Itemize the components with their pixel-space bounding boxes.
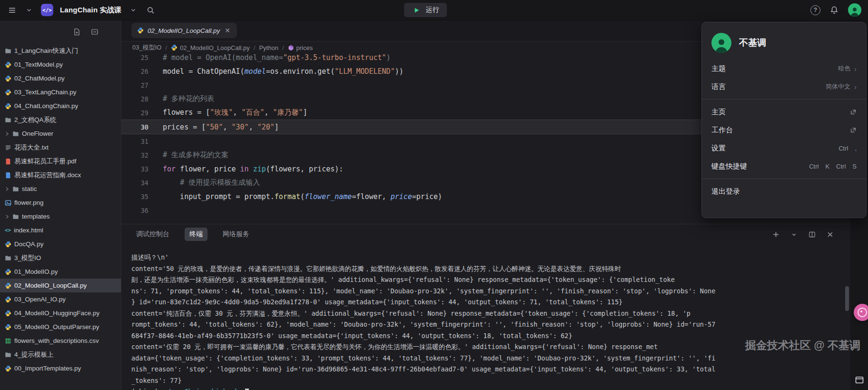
menu-item-shortcuts[interactable]: 键盘快捷键CtrlKCtrlS [702,157,866,175]
collapse-folders-icon[interactable] [89,27,100,37]
python-icon [5,89,11,96]
file-item[interactable]: 02_ChatModel.py [0,71,121,85]
file-item[interactable]: static [0,182,121,196]
code-text[interactable]: # 多种花的列表 [148,94,214,103]
file-item[interactable]: flower.png [0,196,121,210]
breadcrumb-item[interactable]: 02_ModelIO_LoopCall.py [171,44,250,51]
title-chevron-down-icon[interactable] [128,5,138,15]
breadcrumb-item[interactable]: Python [259,44,278,51]
bottom-panel: 调试控制台终端网络服务 描述吗？\n'content='5 [121,224,850,390]
code-text[interactable]: model = ChatOpenAI(model=os.environ.get(… [148,67,404,76]
file-label: 4_提示模板上 [14,350,54,359]
file-label: index.html [14,227,43,234]
line-number: 33 [121,165,148,173]
terminal-line: nish_reason': 'stop', 'logprobs': None} … [131,364,822,375]
menu-item-logout[interactable]: 退出登录 [702,182,866,200]
line-number: 29 [121,109,148,117]
panel-tab-debug-console[interactable]: 调试控制台 [131,228,174,241]
close-panel-icon[interactable] [825,229,835,240]
code-text[interactable]: for flower, price in zip(flowers, prices… [148,165,343,173]
folder-icon [5,117,11,123]
file-label: 02_ModelIO_LoopCall.py [14,282,87,289]
code-text[interactable]: input_prompt = prompt.format(flower_name… [148,192,442,201]
file-item[interactable]: 2_文档QA系统 [0,113,121,127]
popout-window-icon[interactable] [855,375,864,387]
breadcrumb-item[interactable]: 03_模型IO [132,43,161,52]
txt-icon [5,144,11,151]
pdf-icon [5,158,11,165]
hamburger-menu-icon[interactable] [7,5,17,15]
editor-tab-active[interactable]: 02_ModelIO_LoopCall.py ✕ [131,23,237,38]
editor-tab-label: 02_ModelIO_LoopCall.py [148,27,220,34]
terminal-output[interactable]: 描述吗？\n'content='50 元的玫瑰，是爱的使者，传递着深情与浪漫。它… [121,244,850,390]
file-item[interactable]: 1_LangChain快速入门 [0,44,121,58]
python-icon [5,324,11,330]
file-label: 05_ModelIO_OutputParser.py [14,323,99,330]
python-icon [5,282,11,289]
file-item[interactable]: 01_ModelIO.py [0,265,121,279]
app-logo[interactable]: </> [41,4,53,16]
chevron-right-icon: › [854,65,857,73]
menu-item-workbench[interactable]: 工作台 [702,121,866,139]
file-item[interactable]: 易速鲜花运营指南.docx [0,168,121,182]
file-item[interactable]: 04_ChatLongChain.py [0,99,121,113]
code-text[interactable]: # model = OpenAI(model_name="gpt-3.5-tur… [148,54,391,62]
user-avatar[interactable] [848,3,861,17]
file-item[interactable]: 3_模型IO [0,251,121,265]
tab-close-icon[interactable]: ✕ [224,26,231,35]
floating-action-button[interactable] [854,304,868,321]
search-icon[interactable] [145,5,156,15]
menu-item-theme[interactable]: 主题暗色› [702,60,866,78]
run-button[interactable]: 运行 [404,3,447,17]
menu-item-home[interactable]: 主页 [702,103,866,121]
file-item[interactable]: <>index.html [0,223,121,237]
notifications-bell-icon[interactable] [829,5,839,15]
panel-tab-network[interactable]: 网络服务 [218,228,254,241]
file-label: 易速鲜花运营指南.docx [14,171,81,180]
code-text[interactable]: # 生成多种花的文案 [148,150,228,160]
code-text[interactable]: flowers = ["玫瑰", "百合", "康乃馨"] [148,108,307,117]
file-item[interactable]: 00_ImportTemplates.py [0,361,121,375]
file-explorer-sidebar: 1_LangChain快速入门01_TextModel.py02_ChatMod… [0,20,121,390]
file-item[interactable]: 02_ModelIO_LoopCall.py [0,279,121,292]
file-item[interactable]: OneFlower [0,127,121,140]
file-item[interactable]: flowers_with_descriptions.csv [0,334,121,348]
file-item[interactable]: 04_ModelIO_HuggingFace.py [0,306,121,320]
menu-item-settings[interactable]: 设置Ctrl, [702,139,866,157]
file-item[interactable]: 易速鲜花员工手册.pdf [0,154,121,168]
python-icon [5,365,11,372]
menu-item-label: 主题 [711,64,726,73]
file-item[interactable]: 花语大全.txt [0,140,121,154]
file-label: flower.png [14,199,44,206]
help-icon[interactable]: ? [810,5,820,15]
panel-tab-terminal[interactable]: 终端 [185,228,207,241]
terminal-dropdown-chevron-icon[interactable] [789,229,799,240]
file-item[interactable]: templates [0,210,121,223]
menu-item-language[interactable]: 语言简体中文› [702,78,866,96]
folder-icon [12,213,19,220]
menu-item-label: 退出登录 [711,187,740,196]
new-terminal-icon[interactable] [770,229,781,240]
file-label: 2_文档QA系统 [14,116,57,124]
terminal-prompt: (chirp)➜LangChain_chipbanks [131,386,822,390]
breadcrumb-item[interactable]: prices [288,44,313,51]
file-item[interactable]: 03_TextLangChain.py [0,85,121,99]
menu-divider [702,99,866,100]
python-icon [5,61,11,68]
python-icon [5,241,11,248]
file-item[interactable]: 01_TextModel.py [0,58,121,71]
file-item[interactable]: DocQA.py [0,237,121,251]
terminal-scrollbar[interactable] [845,286,849,311]
file-item[interactable]: 03_OpenAI_IO.py [0,292,121,306]
chevron-down-icon[interactable] [24,5,34,15]
file-item[interactable]: 05_ModelIO_OutputParser.py [0,320,121,334]
new-file-icon[interactable] [71,27,82,37]
terminal-line: ns': 71, 'prompt_tokens': 44, 'total_tok… [131,286,822,297]
file-item[interactable]: 4_提示模板上 [0,348,121,361]
shortcut-key: Ctrl [838,145,848,152]
file-label: 1_LangChain快速入门 [14,47,78,55]
code-text[interactable]: # 使用提示模板生成输入 [148,178,260,187]
split-panel-icon[interactable] [807,229,817,240]
code-text[interactable]: prices = ["50", "30", "20"] [148,123,279,131]
topbar: </> LangChain 实战课 运行 ? [0,0,868,20]
